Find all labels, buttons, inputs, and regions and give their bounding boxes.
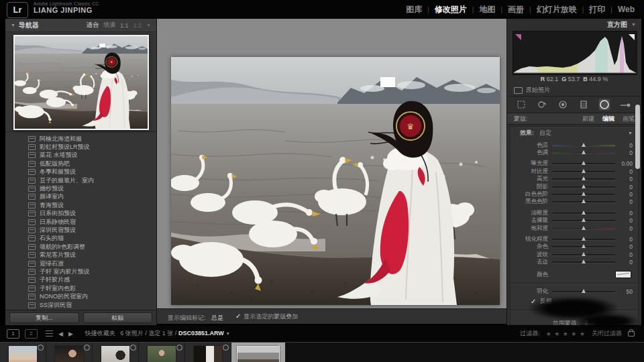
source-caret-icon[interactable]: ▼ <box>225 331 230 336</box>
slider-track[interactable] <box>552 145 615 146</box>
slider-thumb[interactable] <box>582 192 586 196</box>
slider-thumb[interactable] <box>582 218 586 222</box>
filmstrip-source-info[interactable]: 快捷收藏夹 6 张照片 / 选定 1 张 / DSC03851.ARW ▼ <box>85 329 230 338</box>
module-tab-2[interactable]: 地图 <box>479 4 495 15</box>
slider-track[interactable] <box>552 261 615 263</box>
thumbnail-badge-icon[interactable] <box>130 345 136 351</box>
preset-item[interactable]: 低配版热吧 <box>5 160 156 168</box>
slider-track[interactable] <box>552 246 615 247</box>
preset-item[interactable]: 日系静物民宿 <box>5 218 156 226</box>
collapse-triangle-icon[interactable]: ▼ <box>11 23 15 27</box>
slider-track[interactable] <box>552 220 615 221</box>
preset-item[interactable]: 颜译室内 <box>5 193 156 201</box>
histogram-collapse-icon[interactable]: ▼ <box>631 22 636 27</box>
module-tab-4[interactable]: 幻灯片放映 <box>537 4 577 15</box>
slider-thumb[interactable] <box>582 252 586 256</box>
preset-item[interactable]: 婚纱预设 <box>5 184 156 192</box>
preset-item[interactable]: 迎绿石渡 <box>5 259 156 267</box>
preset-item[interactable]: 索尼客片预设 <box>5 251 156 259</box>
zoom-1to1-option[interactable]: 1:1 <box>120 22 129 29</box>
slider-thumb[interactable] <box>582 237 586 241</box>
module-tab-5[interactable]: 打印 <box>589 4 605 15</box>
filmstrip-thumbnail[interactable] <box>93 343 139 362</box>
preset-item[interactable]: 彩虹村预设LR预设 <box>5 143 156 151</box>
zoom-caret-icon[interactable]: ▼ <box>146 23 151 27</box>
preset-item[interactable]: 日系街拍预设 <box>5 210 156 218</box>
histogram-display[interactable] <box>513 31 637 75</box>
effect-collapse-icon[interactable]: ▼ <box>628 131 633 135</box>
copy-button[interactable]: 复制... <box>9 312 79 323</box>
next-photo-arrow-icon[interactable]: ▶ <box>68 330 73 337</box>
slider-thumb[interactable] <box>582 143 586 147</box>
thumbnail-badge-icon[interactable] <box>84 345 90 351</box>
slider-track[interactable] <box>552 152 615 154</box>
crop-overlay-icon[interactable] <box>515 99 527 111</box>
filter-lock-icon[interactable] <box>628 331 635 337</box>
slider-thumb[interactable] <box>582 161 586 165</box>
collection-name[interactable]: 快捷收藏夹 <box>85 330 115 337</box>
graduated-filter-icon[interactable] <box>578 99 590 111</box>
slider-thumb[interactable] <box>582 150 586 154</box>
invert-checkbox[interactable]: ✓ 反相 <box>531 297 638 306</box>
preset-item[interactable]: 颂航的lr色彩调整 <box>5 243 156 251</box>
previous-photo-arrow-icon[interactable]: ◀ <box>58 330 63 337</box>
filmstrip-thumbnail-selected[interactable] <box>231 343 286 362</box>
slider-thumb[interactable] <box>582 176 586 180</box>
preset-item[interactable]: 子轩胶片感 <box>5 276 156 284</box>
slider-thumb[interactable] <box>582 199 586 203</box>
red-eye-icon[interactable] <box>557 99 569 111</box>
slider-thumb[interactable] <box>582 244 586 248</box>
grid-view-icon[interactable] <box>46 330 53 337</box>
paste-button[interactable]: 粘贴 <box>83 312 153 323</box>
edit-pins-value[interactable]: 总是 <box>211 314 223 321</box>
zoom-fill-option[interactable]: 填满 <box>103 21 115 29</box>
mask-brush-button[interactable]: 画笔 <box>623 115 635 123</box>
slider-track[interactable] <box>552 228 615 229</box>
navigator-preview[interactable]: ♛ <box>13 35 149 130</box>
mask-new-button[interactable]: 新建 <box>582 115 594 123</box>
thumbnail-badge-icon[interactable] <box>277 345 283 351</box>
preset-item[interactable]: SS深圳民宿 <box>5 301 156 309</box>
preset-item[interactable]: 石头的猫 <box>5 235 156 243</box>
zoom-ratio-option[interactable]: 1:2 <box>133 22 142 29</box>
thumbnail-badge-icon[interactable] <box>38 345 44 351</box>
slider-thumb[interactable] <box>582 259 586 263</box>
slider-track[interactable] <box>552 171 615 172</box>
slider-thumb[interactable] <box>582 226 586 230</box>
main-photo[interactable]: ♛ <box>171 57 500 305</box>
preset-item[interactable]: 菜花 水塔预设 <box>5 152 156 160</box>
slider-track[interactable] <box>552 239 615 240</box>
radial-filter-icon[interactable] <box>598 99 610 111</box>
slider-thumb[interactable] <box>582 169 586 173</box>
spot-removal-icon[interactable] <box>536 99 548 111</box>
feather-slider-thumb[interactable] <box>582 289 586 293</box>
slider-track[interactable] <box>552 178 615 180</box>
slider-thumb[interactable] <box>582 184 586 188</box>
module-tab-3[interactable]: 画册 <box>508 4 524 15</box>
histogram-header[interactable]: 直方图 ▼ <box>507 19 641 30</box>
zoom-fit-option[interactable]: 适合 <box>87 21 99 29</box>
feather-slider[interactable] <box>552 291 615 292</box>
secondary-window-badge[interactable]: 2 <box>25 329 38 339</box>
filter-state-dropdown[interactable]: 关闭过滤器 <box>592 329 622 338</box>
slider-track[interactable] <box>552 254 615 255</box>
preset-item[interactable]: 子轩室内色彩 <box>5 284 156 292</box>
preset-item[interactable]: 阿楠北海道和服 <box>5 135 156 143</box>
slider-track[interactable] <box>552 201 615 202</box>
primary-window-badge[interactable]: 1 <box>7 329 19 339</box>
preset-item[interactable]: 深圳民宿预设 <box>5 226 156 234</box>
filmstrip-thumbnail[interactable] <box>46 343 93 362</box>
show-mask-overlay-checkbox[interactable]: ✓ 显示选定的蒙版叠加 <box>235 312 298 321</box>
filmstrip-thumbnail[interactable] <box>139 343 185 362</box>
navigator-header[interactable]: ▼ 导航器 适合 填满 1:1 1:2 ▼ <box>5 19 156 32</box>
slider-thumb[interactable] <box>582 210 586 215</box>
module-tab-0[interactable]: 图库 <box>406 4 422 15</box>
thumbnail-badge-icon[interactable] <box>176 345 182 351</box>
panel-scrollbar[interactable] <box>635 105 640 169</box>
slider-track[interactable] <box>552 194 615 195</box>
star-rating-filter[interactable]: ★ ★ ★ ★ ★ <box>546 330 586 337</box>
adjustment-brush-icon[interactable] <box>619 99 631 111</box>
module-tab-6[interactable]: Web <box>618 5 635 14</box>
module-tab-1[interactable]: 修改照片 <box>435 4 467 15</box>
preset-item[interactable]: 子轩 室内胶片预设 <box>5 267 156 276</box>
